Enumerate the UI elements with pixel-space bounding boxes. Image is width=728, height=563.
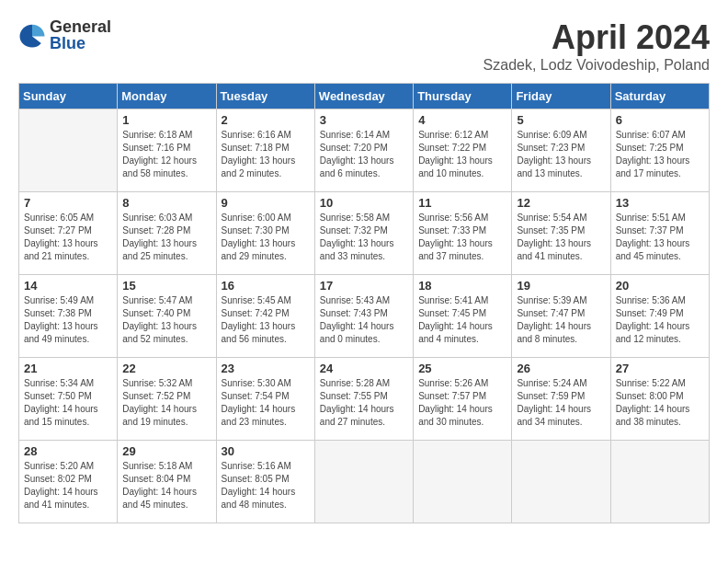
day-info: Sunrise: 5:47 AM Sunset: 7:40 PM Dayligh… (122, 294, 210, 346)
calendar-table: SundayMondayTuesdayWednesdayThursdayFrid… (18, 83, 710, 523)
day-cell: 25Sunrise: 5:26 AM Sunset: 7:57 PM Dayli… (414, 358, 512, 441)
day-cell: 14Sunrise: 5:49 AM Sunset: 7:38 PM Dayli… (19, 275, 118, 358)
logo-icon (18, 21, 46, 49)
header-cell-sunday: Sunday (19, 84, 118, 109)
day-info: Sunrise: 6:12 AM Sunset: 7:22 PM Dayligh… (418, 129, 506, 180)
day-number: 6 (616, 113, 704, 127)
day-number: 26 (517, 362, 605, 375)
day-cell (314, 441, 413, 523)
day-info: Sunrise: 5:51 AM Sunset: 7:37 PM Dayligh… (616, 212, 704, 263)
day-info: Sunrise: 5:56 AM Sunset: 7:33 PM Dayligh… (418, 212, 506, 263)
title-block: April 2024 Szadek, Lodz Voivodeship, Pol… (483, 18, 710, 74)
week-row-3: 14Sunrise: 5:49 AM Sunset: 7:38 PM Dayli… (19, 275, 710, 358)
day-number: 29 (122, 444, 210, 458)
day-cell: 26Sunrise: 5:24 AM Sunset: 7:59 PM Dayli… (512, 358, 610, 441)
day-cell: 18Sunrise: 5:41 AM Sunset: 7:45 PM Dayli… (414, 275, 512, 358)
logo-blue-text: Blue (50, 35, 111, 52)
day-info: Sunrise: 5:26 AM Sunset: 7:57 PM Dayligh… (418, 377, 506, 429)
day-cell: 7Sunrise: 6:05 AM Sunset: 7:27 PM Daylig… (19, 192, 118, 275)
header-cell-friday: Friday (512, 84, 610, 109)
calendar-body: 1Sunrise: 6:18 AM Sunset: 7:16 PM Daylig… (19, 109, 710, 523)
header-cell-wednesday: Wednesday (314, 84, 413, 109)
day-cell (19, 109, 118, 192)
day-cell: 1Sunrise: 6:18 AM Sunset: 7:16 PM Daylig… (118, 109, 216, 192)
day-number: 5 (517, 113, 605, 127)
header-cell-saturday: Saturday (610, 84, 709, 109)
day-info: Sunrise: 5:45 AM Sunset: 7:42 PM Dayligh… (222, 294, 310, 346)
day-number: 10 (320, 196, 408, 210)
day-info: Sunrise: 5:28 AM Sunset: 7:55 PM Dayligh… (320, 377, 408, 429)
header-row: SundayMondayTuesdayWednesdayThursdayFrid… (19, 84, 710, 109)
day-number: 30 (222, 444, 310, 458)
month-title: April 2024 (483, 18, 710, 57)
day-info: Sunrise: 6:07 AM Sunset: 7:25 PM Dayligh… (616, 129, 704, 180)
day-info: Sunrise: 5:30 AM Sunset: 7:54 PM Dayligh… (222, 377, 310, 429)
day-info: Sunrise: 6:03 AM Sunset: 7:28 PM Dayligh… (122, 212, 210, 263)
day-number: 8 (122, 196, 210, 210)
header-cell-thursday: Thursday (414, 84, 512, 109)
header-cell-monday: Monday (118, 84, 216, 109)
day-info: Sunrise: 5:20 AM Sunset: 8:02 PM Dayligh… (24, 460, 112, 511)
day-cell: 17Sunrise: 5:43 AM Sunset: 7:43 PM Dayli… (314, 275, 413, 358)
day-cell: 4Sunrise: 6:12 AM Sunset: 7:22 PM Daylig… (414, 109, 512, 192)
day-number: 12 (517, 196, 605, 210)
day-info: Sunrise: 5:34 AM Sunset: 7:50 PM Dayligh… (24, 377, 112, 429)
day-cell: 13Sunrise: 5:51 AM Sunset: 7:37 PM Dayli… (610, 192, 709, 275)
day-number: 7 (24, 196, 112, 210)
calendar-header: SundayMondayTuesdayWednesdayThursdayFrid… (19, 84, 710, 109)
day-number: 19 (517, 279, 605, 293)
week-row-1: 1Sunrise: 6:18 AM Sunset: 7:16 PM Daylig… (19, 109, 710, 192)
day-info: Sunrise: 6:09 AM Sunset: 7:23 PM Dayligh… (517, 129, 605, 180)
day-info: Sunrise: 5:36 AM Sunset: 7:49 PM Dayligh… (616, 294, 704, 346)
logo-general: General (50, 18, 111, 35)
day-number: 11 (418, 196, 506, 210)
day-cell: 9Sunrise: 6:00 AM Sunset: 7:30 PM Daylig… (216, 192, 314, 275)
day-cell: 8Sunrise: 6:03 AM Sunset: 7:28 PM Daylig… (118, 192, 216, 275)
day-cell (414, 441, 512, 523)
day-number: 20 (616, 279, 704, 293)
day-number: 4 (418, 113, 506, 127)
day-info: Sunrise: 6:18 AM Sunset: 7:16 PM Dayligh… (122, 129, 210, 180)
week-row-2: 7Sunrise: 6:05 AM Sunset: 7:27 PM Daylig… (19, 192, 710, 275)
day-cell: 24Sunrise: 5:28 AM Sunset: 7:55 PM Dayli… (314, 358, 413, 441)
day-info: Sunrise: 6:14 AM Sunset: 7:20 PM Dayligh… (320, 129, 408, 180)
day-number: 18 (418, 279, 506, 293)
day-info: Sunrise: 5:41 AM Sunset: 7:45 PM Dayligh… (418, 294, 506, 346)
day-cell: 23Sunrise: 5:30 AM Sunset: 7:54 PM Dayli… (216, 358, 314, 441)
day-number: 9 (222, 196, 310, 210)
day-cell: 28Sunrise: 5:20 AM Sunset: 8:02 PM Dayli… (19, 441, 118, 523)
day-number: 14 (24, 279, 112, 293)
day-cell: 11Sunrise: 5:56 AM Sunset: 7:33 PM Dayli… (414, 192, 512, 275)
week-row-5: 28Sunrise: 5:20 AM Sunset: 8:02 PM Dayli… (19, 441, 710, 523)
day-cell: 20Sunrise: 5:36 AM Sunset: 7:49 PM Dayli… (610, 275, 709, 358)
day-cell (512, 441, 610, 523)
logo-text: General Blue (50, 18, 111, 52)
day-info: Sunrise: 5:24 AM Sunset: 7:59 PM Dayligh… (517, 377, 605, 429)
day-cell: 2Sunrise: 6:16 AM Sunset: 7:18 PM Daylig… (216, 109, 314, 192)
day-number: 28 (24, 444, 112, 458)
logo: General Blue (18, 18, 111, 52)
day-cell (610, 441, 709, 523)
day-cell: 21Sunrise: 5:34 AM Sunset: 7:50 PM Dayli… (19, 358, 118, 441)
day-info: Sunrise: 5:18 AM Sunset: 8:04 PM Dayligh… (122, 460, 210, 511)
header-cell-tuesday: Tuesday (216, 84, 314, 109)
day-cell: 10Sunrise: 5:58 AM Sunset: 7:32 PM Dayli… (314, 192, 413, 275)
day-cell: 5Sunrise: 6:09 AM Sunset: 7:23 PM Daylig… (512, 109, 610, 192)
day-number: 22 (122, 362, 210, 375)
day-number: 1 (122, 113, 210, 127)
day-number: 27 (616, 362, 704, 375)
day-number: 23 (222, 362, 310, 375)
day-number: 13 (616, 196, 704, 210)
location: Szadek, Lodz Voivodeship, Poland (483, 57, 710, 74)
day-info: Sunrise: 6:16 AM Sunset: 7:18 PM Dayligh… (222, 129, 310, 180)
day-info: Sunrise: 5:39 AM Sunset: 7:47 PM Dayligh… (517, 294, 605, 346)
day-number: 24 (320, 362, 408, 375)
day-cell: 12Sunrise: 5:54 AM Sunset: 7:35 PM Dayli… (512, 192, 610, 275)
day-info: Sunrise: 5:16 AM Sunset: 8:05 PM Dayligh… (222, 460, 310, 511)
day-number: 21 (24, 362, 112, 375)
day-cell: 15Sunrise: 5:47 AM Sunset: 7:40 PM Dayli… (118, 275, 216, 358)
day-number: 3 (320, 113, 408, 127)
page-header: General Blue April 2024 Szadek, Lodz Voi… (18, 18, 710, 74)
day-cell: 6Sunrise: 6:07 AM Sunset: 7:25 PM Daylig… (610, 109, 709, 192)
day-info: Sunrise: 5:54 AM Sunset: 7:35 PM Dayligh… (517, 212, 605, 263)
